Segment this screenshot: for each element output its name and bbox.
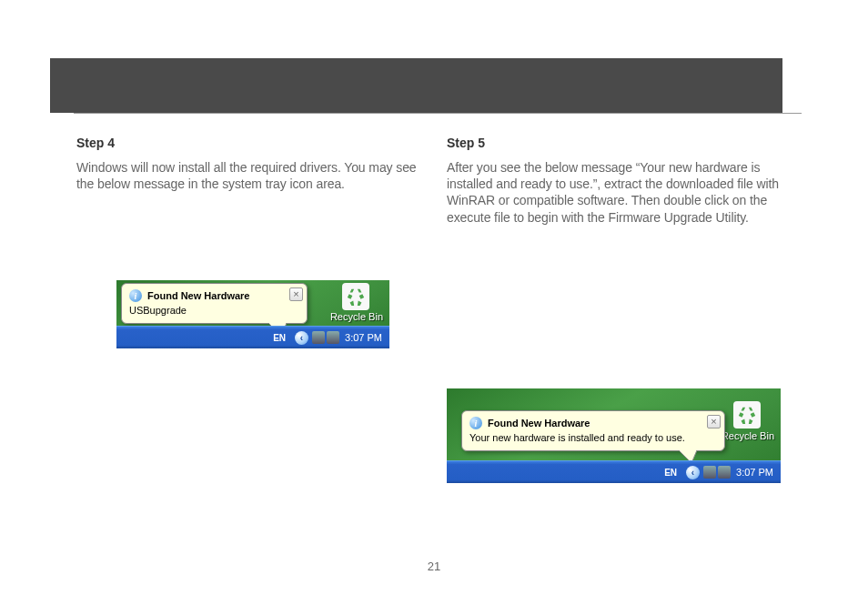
taskbar[interactable]: EN ‹ 3:07 PM [116, 326, 389, 348]
step4-body: Windows will now install all the require… [76, 159, 429, 192]
info-icon: i [129, 289, 142, 302]
tray-expand-arrow[interactable]: ‹ [686, 466, 700, 479]
balloon-text: USBupgrade [129, 305, 299, 316]
balloon-close-button[interactable]: × [707, 415, 721, 429]
balloon-title: Found New Hardware [147, 290, 249, 301]
info-icon: i [469, 417, 482, 429]
recycle-bin-label: Recycle Bin [722, 430, 774, 441]
taskbar[interactable]: EN ‹ 3:07 PM [447, 460, 781, 483]
step5-title: Step 5 [447, 136, 799, 150]
step4-title: Step 4 [76, 136, 429, 150]
recycle-bin-icon[interactable] [733, 401, 761, 429]
tray-icons[interactable] [312, 331, 339, 344]
language-indicator[interactable]: EN [661, 467, 681, 479]
screenshot-step4: Recycle Bin × i Found New Hardware USBup… [116, 280, 389, 348]
tray-icon[interactable] [312, 331, 325, 344]
header-divider [74, 113, 802, 114]
balloon-close-button[interactable]: × [289, 287, 303, 301]
tray-icon[interactable] [703, 466, 716, 479]
language-indicator[interactable]: EN [269, 332, 289, 344]
step5-column: Step 5 After you see the below message “… [447, 136, 799, 226]
notification-balloon[interactable]: × i Found New Hardware USBupgrade [121, 283, 308, 324]
recycle-bin-icon[interactable] [342, 283, 369, 310]
tray-icons[interactable] [703, 466, 731, 479]
screenshot-step5: Recycle Bin × i Found New Hardware Your … [447, 388, 781, 483]
page-number: 21 [0, 560, 868, 573]
tray-icon[interactable] [327, 331, 339, 344]
step5-body: After you see the below message “Your ne… [447, 159, 799, 226]
tray-icon[interactable] [718, 466, 731, 479]
notification-balloon[interactable]: × i Found New Hardware Your new hardware… [461, 410, 725, 451]
header-bar [50, 58, 782, 113]
balloon-title: Found New Hardware [488, 418, 590, 429]
tray-expand-arrow[interactable]: ‹ [295, 331, 308, 345]
taskbar-clock[interactable]: 3:07 PM [345, 332, 382, 343]
balloon-text: Your new hardware is installed and ready… [469, 432, 717, 443]
taskbar-clock[interactable]: 3:07 PM [736, 467, 773, 478]
recycle-bin-label: Recycle Bin [330, 311, 383, 322]
step4-column: Step 4 Windows will now install all the … [76, 136, 429, 192]
